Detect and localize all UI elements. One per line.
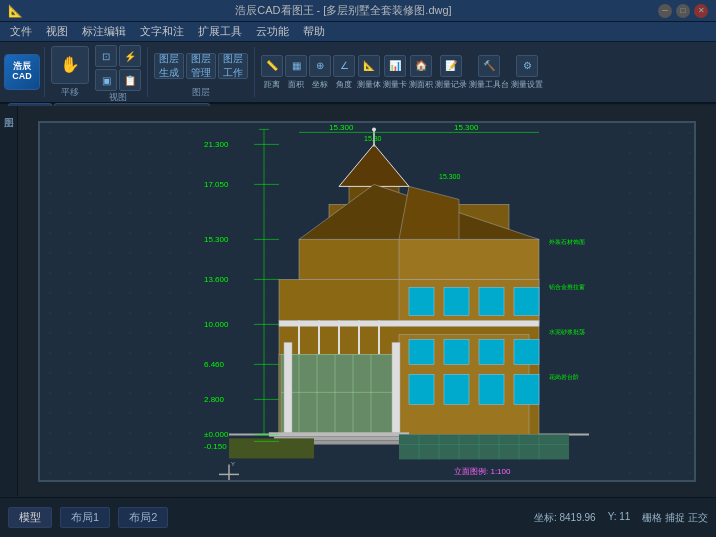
svg-text:花岗岩台阶: 花岗岩台阶 xyxy=(549,374,579,380)
svg-text:6.460: 6.460 xyxy=(204,360,225,369)
svg-rect-5 xyxy=(409,374,434,404)
svg-text:15.300: 15.300 xyxy=(454,124,479,132)
record-button[interactable]: 📝 xyxy=(440,55,462,77)
svg-text:立面图例: 1:100: 立面图例: 1:100 xyxy=(454,467,511,476)
svg-text:外装石材饰面: 外装石材饰面 xyxy=(549,239,585,245)
toolbar-divider-3 xyxy=(254,47,255,97)
status-tab-layout1[interactable]: 布局1 xyxy=(60,507,110,528)
svg-text:17.050: 17.050 xyxy=(204,180,229,189)
svg-text:10.000: 10.000 xyxy=(204,320,229,329)
svg-rect-21 xyxy=(409,287,434,315)
svg-text:13.600: 13.600 xyxy=(204,275,229,284)
svg-rect-8 xyxy=(514,374,539,404)
window-title: 浩辰CAD看图王 - [多层别墅全套装修图.dwg] xyxy=(29,3,658,18)
menu-view[interactable]: 视图 xyxy=(40,23,74,40)
layer-generate-button[interactable]: 图层生成 xyxy=(154,53,184,79)
svg-rect-26 xyxy=(399,239,539,279)
cad-drawing[interactable]: 21.300 17.050 15.300 13.600 10.000 6.460… xyxy=(38,121,696,482)
toolbar: 浩辰CAD ✋ 平移 ⊡ ▣ ⚡ 📋 视图 图层生成 xyxy=(0,42,716,104)
area-button[interactable]: ▦ xyxy=(285,55,307,77)
manage-button[interactable]: 📋 xyxy=(119,69,141,91)
svg-text:2.800: 2.800 xyxy=(204,395,225,404)
svg-rect-34 xyxy=(281,354,399,432)
settings-button[interactable]: ⚙ xyxy=(516,55,538,77)
tool-table-button[interactable]: 🔨 xyxy=(478,55,500,77)
measure-card-button[interactable]: 📊 xyxy=(384,55,406,77)
hand-icon: ✋ xyxy=(60,57,80,73)
svg-text:15.80: 15.80 xyxy=(364,135,382,142)
maximize-button[interactable]: □ xyxy=(676,4,690,18)
building-svg: 21.300 17.050 15.300 13.600 10.000 6.460… xyxy=(199,124,619,482)
svg-rect-41 xyxy=(284,342,292,434)
status-tab-layout2[interactable]: 布局2 xyxy=(118,507,168,528)
menu-text[interactable]: 文字和注 xyxy=(134,23,190,40)
svg-text:15.300: 15.300 xyxy=(439,173,461,180)
svg-text:15.300: 15.300 xyxy=(204,235,229,244)
svg-text:15.300: 15.300 xyxy=(329,124,354,132)
generate-button[interactable]: ⚡ xyxy=(119,45,141,67)
svg-point-31 xyxy=(372,127,376,131)
distance-button[interactable]: 📏 xyxy=(261,55,283,77)
angle-button[interactable]: ∠ xyxy=(333,55,355,77)
menu-file[interactable]: 文件 xyxy=(4,23,38,40)
menu-help[interactable]: 帮助 xyxy=(297,23,331,40)
status-tab-model[interactable]: 模型 xyxy=(8,507,52,528)
title-bar: 📐 浩辰CAD看图王 - [多层别墅全套装修图.dwg] ─ □ ✕ xyxy=(0,0,716,22)
floor-plan-button[interactable]: 🏠 xyxy=(410,55,432,77)
svg-rect-23 xyxy=(479,287,504,315)
menu-annotation[interactable]: 标注编辑 xyxy=(76,23,132,40)
measure-vol-button[interactable]: 📐 xyxy=(358,55,380,77)
layer-label: 图层 xyxy=(154,86,248,99)
menu-tools[interactable]: 扩展工具 xyxy=(192,23,248,40)
svg-rect-11 xyxy=(479,339,504,364)
toolbar-group-nav: ✋ 平移 xyxy=(49,43,91,101)
svg-rect-6 xyxy=(444,374,469,404)
svg-rect-9 xyxy=(409,339,434,364)
coord-x: 坐标: 8419.96 xyxy=(534,511,596,525)
pan-label: 平移 xyxy=(51,86,89,99)
toolbar-group-view: ⊡ ▣ ⚡ 📋 视图 xyxy=(93,43,143,101)
left-panel: 图层 xyxy=(0,106,18,496)
svg-text:-0.150: -0.150 xyxy=(204,442,227,451)
toolbar-group-layer: 图层生成 图层管理 图层工作 图层 xyxy=(152,43,250,101)
coordinate-button[interactable]: ⊕ xyxy=(309,55,331,77)
menu-cloud[interactable]: 云功能 xyxy=(250,23,295,40)
svg-text:±0.000: ±0.000 xyxy=(204,430,229,439)
svg-text:21.300: 21.300 xyxy=(204,140,229,149)
menu-bar: 文件 视图 标注编辑 文字和注 扩展工具 云功能 帮助 xyxy=(0,22,716,42)
minimize-button[interactable]: ─ xyxy=(658,4,672,18)
coord-y: Y: 11 xyxy=(608,511,631,525)
svg-rect-24 xyxy=(514,287,539,315)
svg-rect-22 xyxy=(444,287,469,315)
toolbar-divider-1 xyxy=(44,47,45,97)
fullscreen-button[interactable]: ⊡ xyxy=(95,45,117,67)
svg-text:水泥砂浆批荡: 水泥砂浆批荡 xyxy=(549,329,585,335)
svg-text:Y: Y xyxy=(231,461,235,467)
status-coords: 坐标: 8419.96 Y: 11 栅格 捕捉 正交 xyxy=(534,511,708,525)
snap-status[interactable]: 栅格 捕捉 正交 xyxy=(642,511,708,525)
svg-rect-12 xyxy=(514,339,539,364)
svg-rect-7 xyxy=(479,374,504,404)
single-view-button[interactable]: ▣ xyxy=(95,69,117,91)
svg-text:铝合金推拉窗: 铝合金推拉窗 xyxy=(548,283,585,290)
app-logo[interactable]: 浩辰CAD xyxy=(4,54,40,90)
pan-button[interactable]: ✋ xyxy=(51,46,89,84)
toolbar-group-measure: 📏 距离 ▦ 面积 ⊕ 坐标 ∠ 角度 📐 测量体 📊 测量卡 xyxy=(259,43,545,101)
layer-manager-button[interactable]: 图层管理 xyxy=(186,53,216,79)
app-icon: 📐 xyxy=(8,4,23,18)
status-bar: 模型 布局1 布局2 坐标: 8419.96 Y: 11 栅格 捕捉 正交 xyxy=(0,497,716,537)
svg-rect-42 xyxy=(392,342,400,434)
layer-workspace-button[interactable]: 图层工作 xyxy=(218,53,248,79)
svg-rect-10 xyxy=(444,339,469,364)
canvas-area[interactable]: 21.300 17.050 15.300 13.600 10.000 6.460… xyxy=(18,106,716,497)
svg-rect-47 xyxy=(399,434,569,459)
toolbar-divider-2 xyxy=(147,47,148,97)
svg-rect-43 xyxy=(269,432,409,436)
close-button[interactable]: ✕ xyxy=(694,4,708,18)
